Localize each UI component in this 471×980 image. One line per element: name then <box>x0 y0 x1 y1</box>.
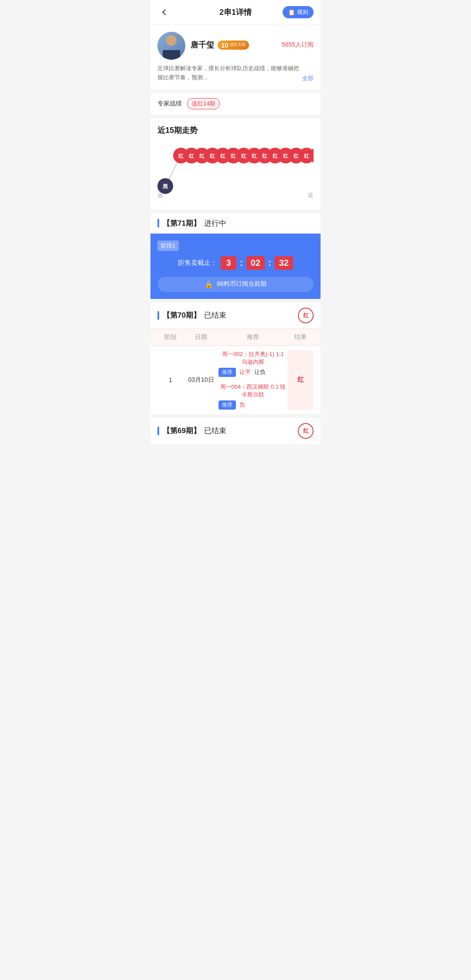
countdown-sep2: : <box>268 258 271 268</box>
period70-section: 【第70期】 已结束 红 阶段 日期 推荐 结果 1 03月10日 周一002：… <box>150 302 321 414</box>
trend-section: 近15期走势 黑 红 红 红 红 红 红 红 <box>150 118 321 210</box>
lock-subscribe-button[interactable]: 🔒 88料币订阅当前期 <box>157 277 314 292</box>
profile-top: 唐千玺 10 连红天团 5655人订阅 <box>157 32 314 60</box>
svg-text:红: 红 <box>293 153 299 159</box>
td-recommend: 周一002：拉齐奥(-1) 1:1 乌迪内斯 推荐 让平 让负 周一004：西汉… <box>218 350 287 410</box>
rules-icon: 📋 <box>288 9 295 16</box>
subscriber-count: 5655人订阅 <box>282 41 314 49</box>
date-value: 03月10日 <box>188 376 214 384</box>
far-label: 远 <box>157 191 163 199</box>
stage-value: 1 <box>169 376 172 383</box>
svg-text:红: 红 <box>178 153 184 159</box>
match1-text: 周一002：拉齐奥(-1) 1:1 乌迪内斯 <box>218 350 287 366</box>
profile-name-row: 唐千玺 10 连红天团 5655人订阅 <box>191 40 314 50</box>
rules-button[interactable]: 📋 规则 <box>283 6 314 18</box>
match2-text: 周一004：西汉姆联 0:1 纽卡斯尔联 <box>218 383 287 399</box>
header: 2串1详情 📋 规则 <box>150 0 321 25</box>
rules-label: 规则 <box>297 8 308 16</box>
svg-text:红: 红 <box>188 153 195 159</box>
recommend-pill-2: 推荐 <box>218 400 236 410</box>
period70-left: 【第70期】 已结束 <box>157 310 226 320</box>
period-indicator-70 <box>157 311 159 320</box>
avatar-head <box>166 35 177 46</box>
streak-text: 连红天团 <box>230 43 246 47</box>
svg-text:红: 红 <box>283 153 289 159</box>
td-date: 03月10日 <box>184 350 218 410</box>
profile-name: 唐千玺 <box>191 40 214 50</box>
countdown-sep1: : <box>240 258 243 268</box>
bet-option-1b: 让负 <box>254 368 266 376</box>
countdown-row: 距售卖截止： 3 : 02 : 32 <box>157 256 314 270</box>
th-result: 结果 <box>287 333 314 341</box>
svg-text:红: 红 <box>272 153 278 159</box>
streak-badge: 10 连红天团 <box>218 41 249 50</box>
svg-text:红: 红 <box>230 153 236 159</box>
near-label: 近 <box>308 191 314 199</box>
period70-header: 【第70期】 已结束 红 <box>150 302 321 329</box>
trend-axis-labels: 远 近 <box>157 191 314 199</box>
period69-header: 【第69期】 已结束 红 <box>150 418 321 444</box>
profile-section: 唐千玺 10 连红天团 5655人订阅 足球比赛解读专家，擅长分析球队历史战绩，… <box>150 25 321 89</box>
recommend-pill-1: 推荐 <box>218 368 236 377</box>
profile-desc-row: 足球比赛解读专家，擅长分析球队历史战绩，能够准确把握比赛节奏，预测... 全部 <box>157 64 314 82</box>
table-row: 1 03月10日 周一002：拉齐奥(-1) 1:1 乌迪内斯 推荐 让平 让负… <box>150 346 321 414</box>
trend-title: 近15期走势 <box>157 125 314 136</box>
svg-text:红: 红 <box>241 153 247 159</box>
period71-header: 【第71期】 进行中 <box>150 213 321 234</box>
profile-description: 足球比赛解读专家，擅长分析球队历史战绩，能够准确把握比赛节奏，预测... <box>157 64 300 82</box>
page-title: 2串1详情 <box>219 7 252 17</box>
svg-text:红: 红 <box>199 153 205 159</box>
period-indicator-69 <box>157 427 159 435</box>
stage-badge: 阶段1 <box>157 241 179 251</box>
back-button[interactable] <box>157 5 171 19</box>
th-date: 日期 <box>184 333 218 341</box>
read-more-button[interactable]: 全部 <box>302 75 314 82</box>
expert-record-label: 专家战绩 <box>157 100 182 108</box>
back-icon <box>162 9 168 15</box>
bet-option-2a: 负 <box>239 401 245 409</box>
avatar-image <box>157 32 185 60</box>
trend-svg: 黑 红 红 红 红 红 红 红 红 红 红 红 红 <box>157 142 314 199</box>
period71-title: 【第71期】 <box>163 218 201 228</box>
period71-section: 【第71期】 进行中 阶段1 距售卖截止： 3 : 02 : 32 🔒 88料币… <box>150 213 321 299</box>
period-indicator <box>157 219 159 227</box>
period70-result-badge: 红 <box>298 308 314 323</box>
period71-body: 阶段1 距售卖截止： 3 : 02 : 32 🔒 88料币订阅当前期 <box>150 234 321 299</box>
lock-icon: 🔒 <box>205 280 213 288</box>
match2: 周一004：西汉姆联 0:1 纽卡斯尔联 推荐 负 <box>218 383 287 410</box>
svg-text:红: 红 <box>304 153 310 159</box>
period69-status: 已结束 <box>204 426 226 436</box>
countdown-minutes: 02 <box>246 256 265 270</box>
svg-text:红: 红 <box>262 153 268 159</box>
period69-result-badge: 红 <box>298 423 314 439</box>
profile-info: 唐千玺 10 连红天团 5655人订阅 <box>191 40 314 52</box>
period69-left: 【第69期】 已结束 <box>157 426 226 436</box>
match1: 周一002：拉齐奥(-1) 1:1 乌迪内斯 推荐 让平 让负 <box>218 350 287 377</box>
period70-status: 已结束 <box>204 310 226 320</box>
period70-title: 【第70期】 <box>163 310 201 320</box>
th-recommend: 推荐 <box>218 333 287 341</box>
th-stage: 阶段 <box>157 333 184 341</box>
svg-text:黑: 黑 <box>163 183 168 190</box>
avatar-suit <box>163 50 180 60</box>
period69-title: 【第69期】 <box>163 426 201 436</box>
countdown-hours: 3 <box>221 256 236 270</box>
svg-text:红: 红 <box>251 153 257 159</box>
td-result: 红 <box>287 350 314 410</box>
avatar <box>157 32 185 60</box>
countdown-seconds: 32 <box>275 256 293 270</box>
expert-record-section: 专家战绩 连红14期 <box>150 93 321 115</box>
td-stage: 1 <box>157 350 184 410</box>
period69-section: 【第69期】 已结束 红 <box>150 418 321 444</box>
svg-text:红: 红 <box>209 153 215 159</box>
period71-status: 进行中 <box>204 218 226 228</box>
streak-number: 10 <box>221 41 229 49</box>
lock-text: 88料币订阅当前期 <box>217 280 266 288</box>
streak-tag: 连红14期 <box>187 98 220 109</box>
result-value: 红 <box>297 376 304 384</box>
countdown-label: 距售卖截止： <box>178 259 217 267</box>
table-header: 阶段 日期 推荐 结果 <box>150 329 321 346</box>
bet-option-1a: 让平 <box>239 368 251 376</box>
trend-chart: 黑 红 红 红 红 红 红 红 红 红 红 红 红 <box>157 142 314 199</box>
svg-text:红: 红 <box>220 153 226 159</box>
